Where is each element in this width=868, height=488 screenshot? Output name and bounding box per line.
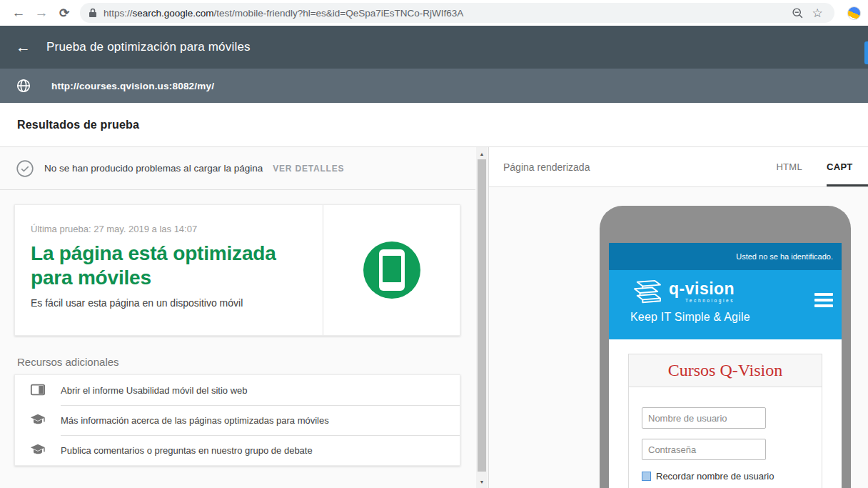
retest-button-edge[interactable] [864,41,868,64]
scroll-up-icon[interactable]: ▲ [476,149,488,159]
brand-tagline: Keep IT Simple & Agile [630,311,842,324]
check-circle-icon [16,159,34,178]
preview-header: Página renderizada HTML CAPT [489,147,868,187]
last-test-date: Última prueba: 27 may. 2019 a las 14:07 [31,224,306,234]
resource-label: Publica comentarios o preguntas en nuest… [61,445,313,456]
preview-panel: Página renderizada HTML CAPT Usted no se… [489,147,868,488]
app-title: Prueba de optimización para móviles [46,40,251,54]
scroll-down-icon[interactable]: ▼ [476,477,488,487]
login-card: Cursos Q-Vision Recordar nombre de usuar… [628,354,822,488]
login-card-title: Cursos Q-Vision [668,361,783,380]
login-card-header: Cursos Q-Vision [629,354,822,387]
smartphone-icon [379,249,405,291]
hamburger-menu-icon[interactable] [814,293,833,310]
resources-card: Abrir el informe Usabilidad móvil del si… [14,374,460,466]
password-field[interactable] [642,439,766,460]
lock-icon [89,8,97,18]
status-text: No se han producido problemas al cargar … [44,163,263,174]
remember-checkbox[interactable] [642,472,651,481]
moodle-header: q-vision Technologies Keep IT Simple & A… [609,270,842,339]
qvision-logo: q-vision Technologies [630,279,842,305]
resource-link-learn-more[interactable]: Más información acerca de las páginas op… [15,405,460,435]
browser-back-icon[interactable]: ← [7,3,30,23]
school-icon [15,405,61,435]
verdict-card: Última prueba: 27 may. 2019 a las 14:07 … [14,204,460,336]
mobile-friendly-badge [363,241,420,299]
app-header: ← Prueba de optimización para móviles [0,26,868,69]
browser-forward-icon[interactable]: → [30,3,53,23]
browser-toolbar: ← → ⟳ https://search.google.com/test/mob… [0,0,868,26]
tab-html[interactable]: HTML [776,147,802,186]
phone-screen: Usted no se ha identificado. [609,243,842,488]
login-card-body: Recordar nombre de usuario [629,387,822,488]
resource-label: Más información acerca de las páginas op… [61,415,329,426]
resource-label: Abrir el informe Usabilidad móvil del si… [61,385,248,396]
globe-icon [16,78,31,94]
preview-title: Página renderizada [503,161,776,173]
content-area: No se han producido problemas al cargar … [0,147,868,488]
books-logo-icon [630,279,663,305]
results-panel: No se han producido problemas al cargar … [0,147,489,488]
browser-reload-icon[interactable]: ⟳ [53,3,76,23]
results-heading-bar: Resultados de prueba [0,103,868,147]
scrollbar-thumb[interactable] [478,159,486,472]
resources-heading: Recursos adicionales [17,356,119,368]
tab-captura[interactable]: CAPT [827,147,868,186]
url-path: /test/mobile-friendly?hl=es&id=QeSpa7iEs… [214,8,464,19]
url-scheme: https:// [104,8,133,19]
view-details-link[interactable]: VER DETALLES [273,164,344,174]
remember-label: Recordar nombre de usuario [656,471,774,482]
page-title: Resultados de prueba [17,119,139,131]
phone-mockup-frame: Usted no se ha identificado. [600,206,851,488]
brand-name: q-vision [669,279,735,298]
mobile-friendly-test-page: ← → ⟳ https://search.google.com/test/mob… [0,0,868,488]
tested-url: http://courses.qvision.us:8082/my/ [51,81,214,91]
resource-link-discussion-group[interactable]: Publica comentarios o preguntas en nuest… [15,435,460,465]
preview-body: Usted no se ha identificado. [489,187,868,488]
address-url[interactable]: https://search.google.com/test/mobile-fr… [104,8,787,19]
verdict-title: La página está optimizada para móviles [31,241,306,290]
app-back-icon[interactable]: ← [16,39,31,56]
school-icon [15,435,61,465]
bookmark-star-icon[interactable]: ☆ [807,4,827,21]
tested-url-bar: http://courses.qvision.us:8082/my/ [0,69,868,103]
verdict-text-block: Última prueba: 27 may. 2019 a las 14:07 … [15,205,323,335]
moodle-login-status-bar: Usted no se ha identificado. [609,243,842,270]
login-status-text: Usted no se ha identificado. [736,252,833,261]
resource-link-usability-report[interactable]: Abrir el informe Usabilidad móvil del si… [15,375,460,405]
status-row: No se han producido problemas al cargar … [0,147,475,190]
zoom-out-icon[interactable] [787,4,807,21]
remember-username-row[interactable]: Recordar nombre de usuario [642,471,809,482]
verdict-subtitle: Es fácil usar esta página en un disposit… [31,297,306,309]
brand-subtitle: Technologies [669,299,735,304]
username-field[interactable] [642,407,766,429]
brand-wordmark: q-vision Technologies [669,281,735,304]
verdict-icon-block [323,205,460,335]
address-bar[interactable]: https://search.google.com/test/mobile-fr… [80,3,834,23]
report-icon [15,375,61,405]
url-domain: search.google.com [133,8,214,19]
extension-icon[interactable] [847,6,861,20]
left-panel-scrollbar[interactable]: ▲ ▼ [476,147,488,488]
